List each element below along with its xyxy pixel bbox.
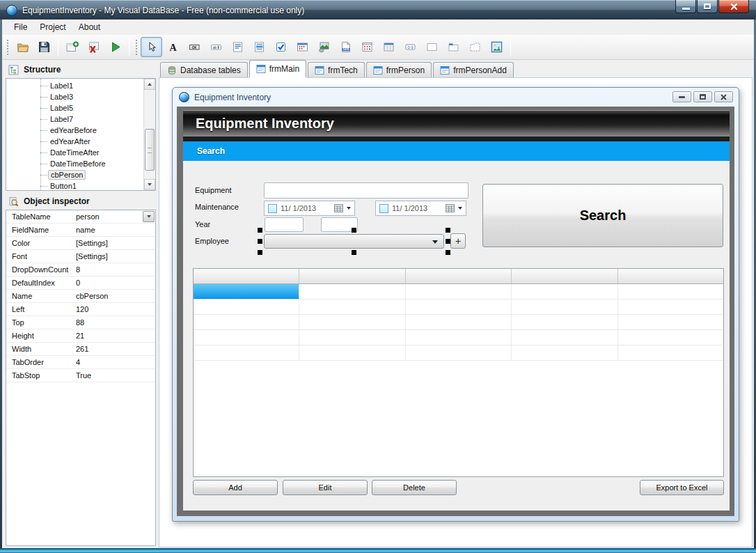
pagecontrol-tool-button[interactable] — [443, 37, 464, 57]
add-employee-button[interactable]: + — [450, 233, 466, 249]
date-to-picker[interactable]: 11/ 1/2013 — [375, 201, 466, 216]
grid-cell[interactable] — [618, 315, 723, 329]
property-value[interactable]: [Settings] — [76, 252, 155, 260]
property-row-color[interactable]: Color[Settings] — [6, 237, 155, 250]
grid-cell[interactable] — [406, 345, 512, 360]
scroll-thumb[interactable] — [145, 129, 155, 171]
tree-item-button1[interactable]: Button1 — [6, 180, 143, 191]
export-to-excel-button[interactable]: Export to Excel — [640, 480, 724, 495]
grid-cell[interactable] — [194, 345, 299, 360]
datepicker-tool-button[interactable] — [292, 37, 313, 57]
property-row-taborder[interactable]: TabOrder4 — [6, 356, 155, 369]
grid-cell[interactable] — [512, 315, 617, 329]
combobox-tool-button[interactable] — [249, 37, 270, 57]
property-value[interactable]: True — [76, 371, 155, 380]
form-maximize-button[interactable] — [693, 91, 712, 102]
grid-cell[interactable] — [618, 345, 723, 360]
menu-about[interactable]: About — [72, 20, 107, 34]
toolbar-grip[interactable] — [135, 39, 138, 56]
grid-selected-cell[interactable] — [194, 284, 299, 299]
tree-item-edyearafter[interactable]: edYearAfter — [6, 136, 143, 147]
property-value[interactable]: [Settings] — [76, 239, 155, 247]
selection-handle[interactable] — [352, 250, 356, 255]
form-minimize-button[interactable] — [672, 91, 691, 102]
property-value[interactable]: 8 — [76, 265, 155, 274]
grid-cell[interactable] — [299, 315, 405, 329]
dropdown-arrow-icon[interactable] — [458, 207, 462, 210]
open-project-button[interactable] — [12, 37, 33, 57]
table-tool-button[interactable] — [378, 37, 400, 57]
tree-item-label7[interactable]: Label7 — [6, 114, 143, 125]
property-row-fieldname[interactable]: FieldNamename — [6, 224, 155, 237]
menu-project[interactable]: Project — [33, 20, 72, 34]
form-window-titlebar[interactable]: Equipment Inventory — [173, 88, 739, 107]
edit-button[interactable]: Edit — [283, 480, 368, 495]
date-checkbox[interactable] — [268, 204, 277, 213]
label-tool-button[interactable]: A — [162, 37, 184, 57]
grid-cell[interactable] — [194, 315, 299, 329]
grid-cell[interactable] — [618, 284, 723, 299]
panel-tool-button[interactable] — [421, 37, 443, 57]
form-close-button[interactable] — [714, 91, 733, 102]
grid-cell[interactable] — [618, 330, 723, 345]
selection-handle[interactable] — [446, 250, 450, 255]
calendar-icon[interactable] — [334, 204, 343, 212]
checkbox-tool-button[interactable] — [270, 37, 292, 57]
grid-cell[interactable] — [406, 299, 512, 314]
year-from-input[interactable] — [265, 217, 304, 232]
toolbar-grip[interactable] — [6, 39, 9, 56]
property-value[interactable]: cbPerson — [76, 292, 155, 300]
grid-cell[interactable] — [406, 315, 512, 329]
grid-cell[interactable] — [299, 330, 405, 345]
minimize-button[interactable] — [675, 0, 696, 13]
equipment-input[interactable] — [264, 182, 468, 198]
selection-handle[interactable] — [258, 228, 262, 233]
image-tool-button[interactable] — [486, 37, 507, 57]
grid-column-header[interactable] — [194, 269, 299, 283]
tab-frmpersonadd[interactable]: frmPersonAdd — [433, 62, 514, 77]
selection-handle[interactable] — [258, 239, 262, 244]
grid-cell[interactable] — [406, 330, 512, 345]
property-row-name[interactable]: NamecbPerson — [6, 290, 155, 303]
calendar-tool-button[interactable] — [356, 37, 378, 57]
grid-cell[interactable] — [406, 284, 512, 299]
tab-frmperson[interactable]: frmPerson — [366, 62, 432, 77]
property-value[interactable]: 261 — [76, 345, 155, 353]
memo-tool-button[interactable] — [227, 37, 249, 57]
tab-frmmain[interactable]: frmMain — [249, 60, 306, 77]
grid-cell[interactable] — [512, 330, 617, 345]
date-from-picker[interactable]: 11/ 1/2013 — [264, 201, 355, 216]
form-designer-canvas[interactable]: Equipment Inventory Equipment Inventory — [159, 77, 753, 547]
edit-tool-button[interactable]: ab — [205, 37, 227, 57]
tree-item-edyearbefore[interactable]: edYearBefore — [6, 125, 143, 136]
property-value[interactable]: 120 — [76, 305, 155, 313]
property-row-left[interactable]: Left120 — [6, 303, 155, 316]
db-image-tool-button[interactable] — [313, 37, 335, 57]
date-checkbox[interactable] — [379, 204, 388, 213]
selection-handle[interactable] — [258, 250, 262, 255]
save-project-button[interactable] — [33, 37, 55, 57]
selection-handle[interactable] — [446, 228, 450, 233]
delete-form-button[interactable] — [83, 37, 104, 57]
close-button[interactable] — [718, 0, 749, 13]
grid-cell[interactable] — [299, 299, 405, 314]
app-titlebar[interactable]: EquipmentInventory - My Visual DataBase … — [0, 0, 756, 20]
search-button[interactable]: Search — [482, 184, 723, 247]
property-value[interactable]: 4 — [76, 358, 155, 366]
delete-button[interactable]: Delete — [372, 480, 457, 495]
new-form-button[interactable] — [61, 37, 83, 57]
property-row-height[interactable]: Height21 — [6, 329, 155, 343]
tree-scrollbar[interactable] — [143, 79, 155, 190]
property-row-tabstop[interactable]: TabStopTrue — [6, 369, 155, 382]
maximize-button[interactable] — [697, 0, 718, 13]
tree-item-cbperson[interactable]: cbPerson — [6, 169, 143, 180]
grid-column-header[interactable] — [618, 269, 723, 283]
grid-column-header[interactable] — [299, 269, 405, 283]
property-value[interactable]: name — [76, 226, 155, 234]
property-row-top[interactable]: Top88 — [6, 316, 155, 329]
tab-database-tables[interactable]: Database tables — [160, 62, 248, 77]
grid-column-header[interactable] — [512, 269, 617, 283]
property-row-width[interactable]: Width261 — [6, 343, 155, 356]
grid-cell[interactable] — [194, 299, 299, 314]
tabsheet-tool-button[interactable] — [464, 37, 486, 57]
